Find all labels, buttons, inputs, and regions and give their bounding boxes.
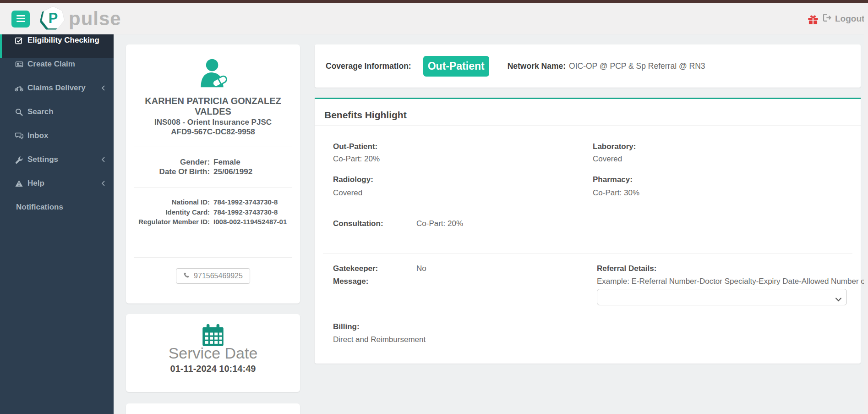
svg-text:P: P [49, 10, 58, 26]
detail-row: Date Of Birth: 25/06/1992 [134, 167, 292, 177]
billing-value: Direct and Reimbursement [333, 335, 426, 344]
page-scrollbar[interactable] [864, 3, 868, 414]
detail-value: 25/06/1992 [213, 167, 252, 177]
patient-ids: National ID: 784-1992-3743730-8 Identity… [134, 197, 292, 227]
divider [134, 147, 292, 147]
hamburger-icon [16, 15, 25, 23]
patient-card: KARHEN PATRICIA GONZALEZ VALDES INS008 -… [126, 44, 300, 304]
coverage-label: Coverage Information: [326, 61, 411, 71]
partial-card [126, 403, 300, 414]
chevron-left-icon [100, 84, 106, 91]
service-date-value: 01-11-2024 10:14:49 [126, 364, 300, 374]
id-label: National ID: [134, 197, 210, 207]
gatekeeper-value: No [416, 264, 426, 273]
motorcycle-icon [15, 84, 23, 92]
network-name-label: Network Name: [508, 61, 566, 71]
chevron-left-icon [100, 180, 106, 186]
gift-icon[interactable] [808, 15, 819, 25]
logout-label: Logout [835, 14, 864, 24]
id-label: Regulator Member ID: [134, 217, 210, 227]
logo-wordmark: pulse [69, 8, 121, 30]
sidebar-item-claims-delivery[interactable]: Claims Delivery [0, 82, 114, 106]
phone-button[interactable]: 971565469925 [176, 268, 250, 284]
sidebar-toggle-button[interactable] [11, 11, 30, 28]
logout-button[interactable]: Logout [823, 14, 864, 24]
comments-icon [15, 132, 23, 140]
benefit-value: Co-Part: 30% [593, 188, 639, 198]
check-square-icon [15, 36, 23, 44]
newspaper-icon [15, 60, 23, 68]
patient-details: Gender: Female Date Of Birth: 25/06/1992 [134, 157, 292, 177]
id-value: I008-002-119452487-01 [213, 217, 287, 227]
message-label: Message: [333, 277, 368, 286]
sidebar-item-settings[interactable]: Settings [0, 154, 114, 177]
eligibility-page: P pulse Logout Eligibility Checking [0, 0, 868, 414]
id-label: Identity Card: [134, 207, 210, 217]
sidebar-item-help[interactable]: Help [0, 177, 114, 201]
benefit-label: Pharmacy: [593, 175, 633, 184]
service-date-title: Service Date [126, 344, 300, 362]
id-row: Regulator Member ID: I008-002-119452487-… [134, 217, 292, 227]
sidebar-item-label: Claims Delivery [27, 83, 86, 93]
phone-number: 971565469925 [194, 272, 243, 280]
sidebar-item-label: Create Claim [27, 60, 75, 69]
id-value: 784-1992-3743730-8 [213, 197, 278, 207]
coverage-type-badge[interactable]: Out-Patient [423, 56, 489, 77]
benefit-label: Radiology: [333, 175, 373, 184]
sidebar-item-search[interactable]: Search [0, 106, 114, 130]
benefit-value: Co-Part: 20% [333, 155, 380, 164]
sidebar-item-label: Search [27, 107, 54, 116]
referral-select-wrap [597, 289, 847, 305]
benefit-label: Laboratory: [593, 142, 636, 151]
patient-insurer: INS008 - Orient Insurance PJSC [131, 118, 295, 127]
id-row: Identity Card: 784-1992-3743730-8 [134, 207, 292, 217]
sidebar-nav: Eligibility Checking Create Claim Claims… [0, 34, 114, 414]
app-header: P pulse Logout [0, 3, 868, 34]
sidebar-item-label: Eligibility Checking [27, 36, 99, 45]
sign-out-icon [823, 14, 832, 24]
id-row: National ID: 784-1992-3743730-8 [134, 197, 292, 207]
sidebar-item-create-claim[interactable]: Create Claim [0, 58, 114, 82]
consultation-label: Consultation: [333, 219, 383, 228]
sidebar-item-label: Inbox [27, 131, 48, 140]
sidebar-item-label: Help [27, 179, 44, 188]
consultation-value: Co-Part: 20% [416, 219, 463, 228]
benefit-value: Covered [333, 188, 362, 198]
sidebar-item-inbox[interactable]: Inbox [0, 130, 114, 154]
search-icon [15, 108, 23, 116]
benefits-title: Benefits Highlight [324, 110, 407, 121]
patient-card-number: AFD9-567C-DC82-9958 [131, 127, 295, 137]
gatekeeper-label: Gatekeeper: [333, 264, 378, 273]
detail-row: Gender: Female [134, 157, 292, 167]
id-value: 784-1992-3743730-8 [213, 207, 278, 217]
service-date-card: Service Date 01-11-2024 10:14:49 [126, 314, 300, 392]
chevron-left-icon [100, 156, 106, 162]
referral-details-label: Referral Details: [597, 264, 656, 273]
patient-name: KARHEN PATRICIA GONZALEZ VALDES [133, 96, 293, 117]
referral-example-text: Example: E-Referral Number-Doctor Specia… [597, 277, 868, 286]
patient-avatar-icon [197, 58, 229, 89]
wrench-icon [15, 155, 23, 164]
detail-label: Date Of Birth: [134, 167, 210, 177]
divider [315, 125, 861, 126]
network-name-value: OIC-OP @ PCP & Sp Referral @ RN3 [569, 61, 705, 71]
billing-label: Billing: [333, 322, 360, 331]
detail-value: Female [213, 157, 240, 167]
benefits-card: Benefits Highlight Out-Patient: Co-Part:… [315, 98, 861, 364]
referral-select[interactable] [597, 289, 847, 305]
divider [134, 187, 292, 188]
benefit-value: Covered [593, 155, 622, 164]
sidebar-item-label: Notifications [16, 203, 63, 212]
sidebar-item-eligibility-checking[interactable]: Eligibility Checking [0, 34, 114, 58]
warning-icon [15, 179, 23, 188]
detail-label: Gender: [134, 157, 210, 167]
coverage-bar: Coverage Information: Out-Patient Networ… [315, 44, 861, 88]
sidebar-item-label: Settings [27, 155, 58, 164]
benefit-label: Out-Patient: [333, 142, 377, 151]
divider [323, 254, 852, 254]
divider [134, 257, 292, 258]
pulse-logo-icon: P [40, 5, 66, 33]
phone-icon [183, 272, 190, 280]
sidebar-item-notifications[interactable]: Notifications [0, 201, 114, 225]
